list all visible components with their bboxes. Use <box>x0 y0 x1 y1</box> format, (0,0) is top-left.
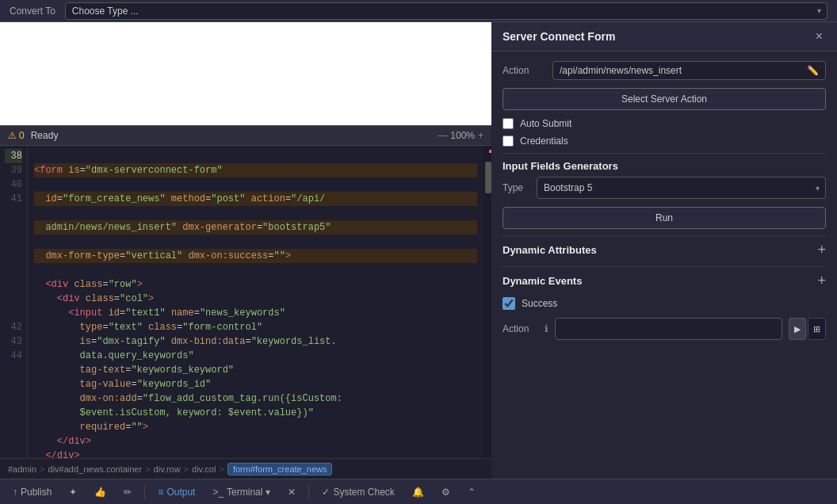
line-num-42: 42 <box>5 320 22 334</box>
line-num-41: 41 <box>5 192 22 206</box>
ready-status: Ready <box>31 130 59 141</box>
success-event-row: Success <box>503 292 826 315</box>
line-num-empty8 <box>5 306 22 320</box>
breadcrumb: #admin > div#add_news.container > div.ro… <box>0 458 491 479</box>
breadcrumb-item-3[interactable]: div.row <box>154 464 181 474</box>
breadcrumb-item-1[interactable]: #admin <box>8 464 36 474</box>
breadcrumb-sep-2: > <box>145 464 150 474</box>
type-select[interactable]: Bootstrap 5 Bootstrap 4 Tailwind None <box>537 177 826 199</box>
dynamic-events-title: Dynamic Events <box>503 275 582 287</box>
line-num-empty4 <box>5 249 22 263</box>
action-play-button[interactable]: ▶ <box>789 318 806 340</box>
line-num-empty1 <box>5 206 22 220</box>
thumb-up-icon: 👍 <box>94 487 106 498</box>
breadcrumb-current[interactable]: form#form_create_news <box>227 463 333 475</box>
action-row-input[interactable] <box>555 318 782 340</box>
info-icon[interactable]: ℹ <box>545 323 548 334</box>
convert-to-label: Convert To <box>10 6 55 17</box>
terminal-icon: >_ <box>212 487 224 498</box>
action-form-row: Action /api/admin/news/news_insert ✏️ <box>503 61 826 80</box>
dynamic-events-section: Dynamic Events + <box>503 266 826 292</box>
line-num-empty7 <box>5 292 22 306</box>
line-num-39: 39 <box>5 163 22 178</box>
select-server-action-button[interactable]: Select Server Action <box>503 88 826 110</box>
action-label: Action <box>503 65 546 76</box>
terminal-label: Terminal <box>227 487 262 498</box>
like-button[interactable]: 👍 <box>90 484 111 500</box>
line-num-empty3 <box>5 235 22 249</box>
bell-icon: 🔔 <box>412 487 424 498</box>
system-check-label: System Check <box>333 487 394 498</box>
success-checkbox[interactable] <box>503 297 515 310</box>
toolbar-separator-2 <box>308 485 309 499</box>
mini-scrollbar[interactable] <box>483 146 491 458</box>
check-icon: ✓ <box>322 487 330 498</box>
choose-type-select[interactable]: Choose Type ... <box>65 2 827 20</box>
line-num-43: 43 <box>5 334 22 349</box>
dynamic-attributes-section: Dynamic Attributes + <box>503 235 826 262</box>
publish-icon: ↑ <box>13 487 17 498</box>
run-button[interactable]: Run <box>503 207 826 229</box>
scroll-thumb[interactable] <box>485 162 491 193</box>
expand-icon: ⌃ <box>468 487 476 498</box>
panel-header: Server Connect Form × <box>491 22 837 52</box>
action-grid-button[interactable]: ⊞ <box>808 318 826 340</box>
expand-button[interactable]: ⌃ <box>463 484 480 500</box>
output-button[interactable]: ≡ Output <box>153 484 200 500</box>
warning-icon: ⚠ <box>8 130 17 141</box>
right-panel: Server Connect Form × Action /api/admin/… <box>491 22 837 479</box>
code-content[interactable]: <form is="dmx-serverconnect-form" id="fo… <box>28 146 483 458</box>
code-white-area <box>0 22 491 125</box>
output-label: Output <box>166 487 195 498</box>
main-layout: ⚠ 0 Ready — 100% + 38 39 40 41 <box>0 22 837 479</box>
terminal-button[interactable]: >_ Terminal ▾ <box>208 484 275 500</box>
code-panel: ⚠ 0 Ready — 100% + 38 39 40 41 <box>0 22 491 479</box>
warning-count: 0 <box>19 130 25 141</box>
dynamic-event-action-row: Action ℹ ▶ ⊞ <box>503 318 826 340</box>
credentials-checkbox[interactable] <box>503 136 514 147</box>
line-num-empty5 <box>5 263 22 277</box>
plus-icon[interactable]: + <box>478 130 483 141</box>
publish-button[interactable]: ↑ Publish <box>8 484 56 500</box>
edit-icon: ✏ <box>124 487 132 498</box>
close-panel-button[interactable]: ✕ <box>283 484 300 500</box>
type-label: Type <box>503 182 530 193</box>
line-num-empty2 <box>5 220 22 235</box>
panel-title: Server Connect Form <box>503 30 615 43</box>
edit-icon[interactable]: ✏️ <box>807 65 819 76</box>
dynamic-events-add-button[interactable]: + <box>817 273 826 288</box>
line-numbers: 38 39 40 41 42 43 44 <box>0 146 28 458</box>
type-select-wrapper[interactable]: Bootstrap 5 Bootstrap 4 Tailwind None ▾ <box>537 177 826 199</box>
scroll-error-marker <box>489 150 491 153</box>
bottom-toolbar: ↑ Publish ✦ 👍 ✏ ≡ Output >_ Terminal ▾ ✕… <box>0 479 837 504</box>
sparkle-button[interactable]: ✦ <box>64 484 82 500</box>
action-value-field: /api/admin/news/news_insert ✏️ <box>552 61 826 80</box>
dynamic-attributes-add-button[interactable]: + <box>817 242 826 257</box>
zoom-control: — 100% + <box>438 130 483 141</box>
line-num-40: 40 <box>5 178 22 192</box>
settings-button[interactable]: ⚙ <box>437 484 455 500</box>
breadcrumb-sep-4: > <box>219 464 224 474</box>
breadcrumb-sep-1: > <box>40 464 44 474</box>
dynamic-attributes-title: Dynamic Attributes <box>503 244 597 256</box>
edit-tool-button[interactable]: ✏ <box>119 484 136 500</box>
choose-type-wrapper[interactable]: Choose Type ... ▾ <box>65 2 827 20</box>
minus-icon[interactable]: — <box>438 130 447 141</box>
auto-submit-checkbox[interactable] <box>503 118 514 129</box>
success-label: Success <box>522 298 557 309</box>
breadcrumb-item-2[interactable]: div#add_news.container <box>48 464 143 474</box>
publish-label: Publish <box>21 487 52 498</box>
bell-button[interactable]: 🔔 <box>407 484 429 500</box>
close-button[interactable]: × <box>812 30 826 43</box>
terminal-chevron[interactable]: ▾ <box>266 487 270 498</box>
zoom-level: 100% <box>450 130 475 141</box>
breadcrumb-item-4[interactable]: div.col <box>192 464 216 474</box>
system-check-button[interactable]: ✓ System Check <box>317 484 399 500</box>
action-row-label: Action <box>503 323 538 334</box>
code-area: 38 39 40 41 42 43 44 <form is="dmx-serve… <box>0 146 491 458</box>
panel-content: Action /api/admin/news/news_insert ✏️ Se… <box>491 52 837 479</box>
auto-submit-row: Auto Submit <box>503 118 826 129</box>
close-icon: ✕ <box>288 487 296 498</box>
input-fields-title: Input Fields Generators <box>503 160 618 172</box>
credentials-label: Credentials <box>520 136 568 147</box>
